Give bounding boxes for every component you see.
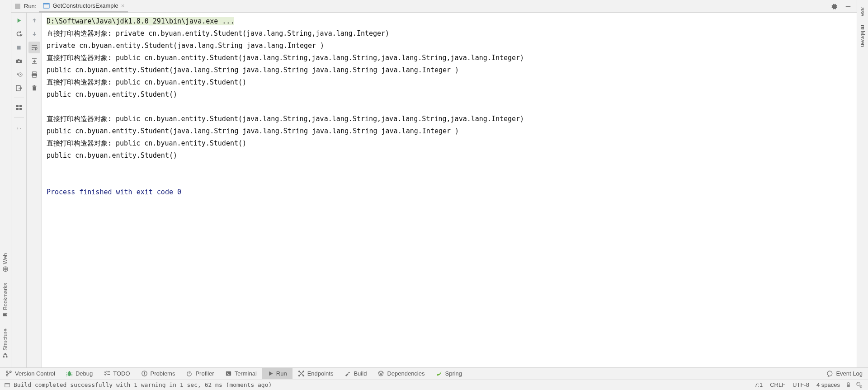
svg-point-38 xyxy=(298,371,300,372)
structure-tool-button[interactable]: Structure xyxy=(2,329,9,358)
bottom-tab-label: Debug xyxy=(75,370,93,377)
status-message: Build completed successfully with 1 warn… xyxy=(14,381,272,388)
bottom-tab-label: Profiler xyxy=(195,370,214,377)
bottom-tab-label: Problems xyxy=(151,370,175,377)
bottom-tab-profiler[interactable]: Profiler xyxy=(180,368,219,379)
rerun-failed-button[interactable] xyxy=(13,28,25,40)
run-config-icon xyxy=(42,2,50,9)
dump-threads-button[interactable] xyxy=(13,69,25,80)
minimize-icon[interactable] xyxy=(842,0,854,12)
svg-rect-31 xyxy=(108,371,110,372)
svg-rect-16 xyxy=(16,108,19,110)
caret-position[interactable]: 7:1 xyxy=(751,381,766,388)
scroll-to-end-button[interactable] xyxy=(28,55,40,67)
down-arrow-button[interactable] xyxy=(28,28,40,40)
run-tab[interactable]: GetConstructorsExample × xyxy=(39,0,128,13)
bottom-tab-debug[interactable]: Debug xyxy=(61,368,98,379)
settings-icon[interactable] xyxy=(828,0,840,12)
svg-point-45 xyxy=(856,382,860,386)
bottom-tab-label: TODO xyxy=(113,370,130,377)
svg-rect-22 xyxy=(33,75,36,77)
svg-rect-35 xyxy=(144,374,145,375)
web-tool-button[interactable]: Web xyxy=(2,253,9,272)
svg-rect-44 xyxy=(847,385,850,387)
status-icon[interactable] xyxy=(3,381,12,390)
bottom-tab-dependencies[interactable]: Dependencies xyxy=(372,368,430,379)
svg-rect-19 xyxy=(34,32,35,34)
bottom-tab-spring[interactable]: Spring xyxy=(430,368,468,379)
indent-setting[interactable]: 4 spaces xyxy=(813,381,844,388)
bottom-tab-problems[interactable]: Problems xyxy=(136,368,181,379)
svg-rect-34 xyxy=(144,372,145,374)
database-tool-button[interactable]: ase xyxy=(859,7,866,16)
camera-icon[interactable] xyxy=(13,55,25,67)
svg-rect-7 xyxy=(846,6,851,7)
run-tool-header: Run: GetConstructorsExample × xyxy=(11,0,857,13)
ide-status-icon[interactable] xyxy=(854,381,863,390)
svg-rect-43 xyxy=(5,383,10,384)
hammer-icon xyxy=(344,370,351,377)
svg-rect-6 xyxy=(43,3,49,5)
close-tab-icon[interactable]: × xyxy=(121,2,125,9)
exit-button[interactable] xyxy=(13,82,25,94)
svg-rect-17 xyxy=(19,108,22,110)
bottom-tab-version-control[interactable]: Version Control xyxy=(0,368,61,379)
bottom-tab-label: Run xyxy=(276,370,287,377)
svg-rect-1 xyxy=(3,356,5,357)
file-encoding[interactable]: UTF-8 xyxy=(789,381,813,388)
endpoints-icon xyxy=(298,370,305,377)
bottom-tab-label: Version Control xyxy=(15,370,55,377)
bug-icon xyxy=(66,370,73,377)
bottom-tool-bar: Version ControlDebugTODOProblemsProfiler… xyxy=(0,367,868,379)
lock-icon[interactable] xyxy=(844,381,853,390)
right-tool-stripe: ase m Maven xyxy=(857,0,868,367)
clear-all-button[interactable] xyxy=(28,82,40,94)
tool-window-icon xyxy=(12,1,23,12)
soft-wrap-button[interactable] xyxy=(28,42,40,53)
terminal-icon xyxy=(225,370,232,377)
svg-rect-14 xyxy=(16,105,19,107)
svg-rect-25 xyxy=(33,85,35,86)
bottom-tab-label: Endpoints xyxy=(307,370,334,377)
svg-point-26 xyxy=(6,371,8,373)
console-output[interactable]: D:\Software\Java\jdk1.8.0_291\bin\java.e… xyxy=(42,13,857,367)
svg-point-41 xyxy=(302,371,304,372)
status-bar: Build completed successfully with 1 warn… xyxy=(0,379,868,390)
branch-icon xyxy=(5,370,12,377)
bottom-tab-build[interactable]: Build xyxy=(339,368,372,379)
run-gutter-primary xyxy=(11,13,27,367)
print-button[interactable] xyxy=(28,69,40,80)
svg-point-40 xyxy=(298,375,300,376)
run-tab-label: GetConstructorsExample xyxy=(52,2,118,9)
bottom-tab-label: Build xyxy=(354,370,367,377)
bookmarks-tool-button[interactable]: Bookmarks xyxy=(2,283,9,318)
svg-rect-32 xyxy=(108,374,110,375)
svg-rect-37 xyxy=(226,371,231,376)
todo-icon xyxy=(104,370,110,377)
problems-icon xyxy=(141,370,148,377)
bottom-tab-label: Terminal xyxy=(235,370,257,377)
bottom-tab-run[interactable]: Run xyxy=(262,368,292,379)
bottom-tab-todo[interactable]: TODO xyxy=(98,368,135,379)
run-gutter-secondary xyxy=(27,13,42,367)
svg-rect-15 xyxy=(19,105,22,107)
bottom-tab-terminal[interactable]: Terminal xyxy=(220,368,262,379)
rerun-button[interactable] xyxy=(13,14,25,26)
svg-rect-24 xyxy=(32,86,36,87)
spring-icon xyxy=(436,370,443,377)
svg-point-10 xyxy=(18,61,20,62)
svg-rect-2 xyxy=(6,356,8,357)
event-log-button[interactable]: Event Log xyxy=(821,368,868,379)
svg-rect-8 xyxy=(17,46,20,49)
bottom-tab-endpoints[interactable]: Endpoints xyxy=(292,368,339,379)
stop-button[interactable] xyxy=(13,42,25,53)
layout-button[interactable] xyxy=(13,102,25,113)
line-separator[interactable]: CRLF xyxy=(766,381,789,388)
maven-tool-button[interactable]: m Maven xyxy=(859,25,866,47)
svg-rect-11 xyxy=(18,59,19,60)
up-arrow-button[interactable] xyxy=(28,14,40,26)
svg-rect-18 xyxy=(34,20,35,22)
pin-button[interactable] xyxy=(13,121,25,133)
svg-rect-20 xyxy=(33,72,36,74)
svg-point-30 xyxy=(69,371,71,373)
